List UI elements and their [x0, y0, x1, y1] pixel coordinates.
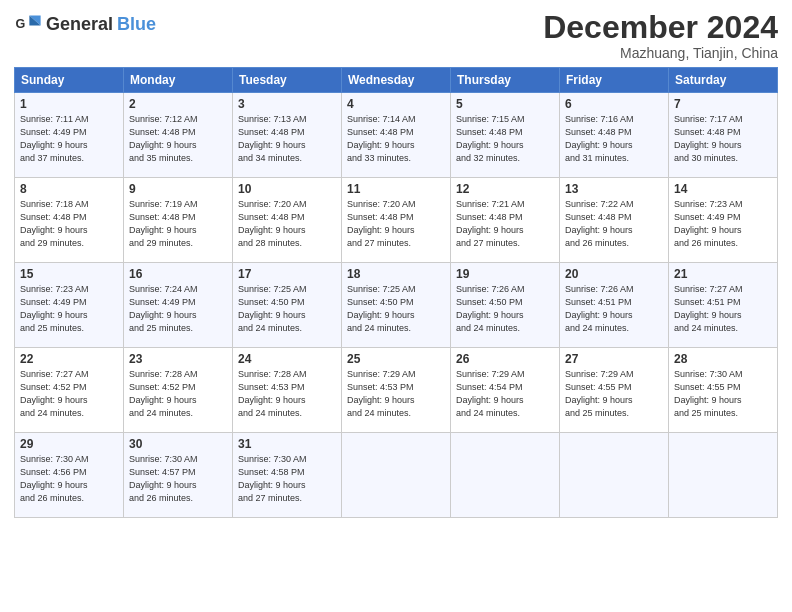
- day-empty-3: [560, 433, 669, 518]
- day-empty-4: [669, 433, 778, 518]
- day-15: 15 Sunrise: 7:23 AMSunset: 4:49 PMDaylig…: [15, 263, 124, 348]
- day-7: 7 Sunrise: 7:17 AMSunset: 4:48 PMDayligh…: [669, 93, 778, 178]
- day-10: 10 Sunrise: 7:20 AMSunset: 4:48 PMDaylig…: [233, 178, 342, 263]
- calendar-table: Sunday Monday Tuesday Wednesday Thursday…: [14, 67, 778, 518]
- day-27: 27 Sunrise: 7:29 AMSunset: 4:55 PMDaylig…: [560, 348, 669, 433]
- day-14: 14 Sunrise: 7:23 AMSunset: 4:49 PMDaylig…: [669, 178, 778, 263]
- day-26: 26 Sunrise: 7:29 AMSunset: 4:54 PMDaylig…: [451, 348, 560, 433]
- day-24: 24 Sunrise: 7:28 AMSunset: 4:53 PMDaylig…: [233, 348, 342, 433]
- location-title: Mazhuang, Tianjin, China: [543, 45, 778, 61]
- week-row-5: 29 Sunrise: 7:30 AMSunset: 4:56 PMDaylig…: [15, 433, 778, 518]
- logo: G GeneralBlue: [14, 10, 156, 38]
- logo-text: General: [46, 14, 113, 35]
- week-row-1: 1 Sunrise: 7:11 AMSunset: 4:49 PMDayligh…: [15, 93, 778, 178]
- day-9: 9 Sunrise: 7:19 AMSunset: 4:48 PMDayligh…: [124, 178, 233, 263]
- month-title: December 2024: [543, 10, 778, 45]
- day-30: 30 Sunrise: 7:30 AMSunset: 4:57 PMDaylig…: [124, 433, 233, 518]
- weekday-header-row: Sunday Monday Tuesday Wednesday Thursday…: [15, 68, 778, 93]
- day-20: 20 Sunrise: 7:26 AMSunset: 4:51 PMDaylig…: [560, 263, 669, 348]
- header-friday: Friday: [560, 68, 669, 93]
- header-monday: Monday: [124, 68, 233, 93]
- day-11: 11 Sunrise: 7:20 AMSunset: 4:48 PMDaylig…: [342, 178, 451, 263]
- day-18: 18 Sunrise: 7:25 AMSunset: 4:50 PMDaylig…: [342, 263, 451, 348]
- day-25: 25 Sunrise: 7:29 AMSunset: 4:53 PMDaylig…: [342, 348, 451, 433]
- day-28: 28 Sunrise: 7:30 AMSunset: 4:55 PMDaylig…: [669, 348, 778, 433]
- logo-icon: G: [14, 10, 42, 38]
- day-2: 2 Sunrise: 7:12 AMSunset: 4:48 PMDayligh…: [124, 93, 233, 178]
- week-row-2: 8 Sunrise: 7:18 AMSunset: 4:48 PMDayligh…: [15, 178, 778, 263]
- day-19: 19 Sunrise: 7:26 AMSunset: 4:50 PMDaylig…: [451, 263, 560, 348]
- day-empty-2: [451, 433, 560, 518]
- week-row-4: 22 Sunrise: 7:27 AMSunset: 4:52 PMDaylig…: [15, 348, 778, 433]
- day-1: 1 Sunrise: 7:11 AMSunset: 4:49 PMDayligh…: [15, 93, 124, 178]
- header-sunday: Sunday: [15, 68, 124, 93]
- day-6: 6 Sunrise: 7:16 AMSunset: 4:48 PMDayligh…: [560, 93, 669, 178]
- day-31: 31 Sunrise: 7:30 AMSunset: 4:58 PMDaylig…: [233, 433, 342, 518]
- day-13: 13 Sunrise: 7:22 AMSunset: 4:48 PMDaylig…: [560, 178, 669, 263]
- title-area: December 2024 Mazhuang, Tianjin, China: [543, 10, 778, 61]
- logo-blue-text: Blue: [117, 14, 156, 35]
- header-saturday: Saturday: [669, 68, 778, 93]
- day-8: 8 Sunrise: 7:18 AMSunset: 4:48 PMDayligh…: [15, 178, 124, 263]
- day-22: 22 Sunrise: 7:27 AMSunset: 4:52 PMDaylig…: [15, 348, 124, 433]
- day-16: 16 Sunrise: 7:24 AMSunset: 4:49 PMDaylig…: [124, 263, 233, 348]
- day-3: 3 Sunrise: 7:13 AMSunset: 4:48 PMDayligh…: [233, 93, 342, 178]
- week-row-3: 15 Sunrise: 7:23 AMSunset: 4:49 PMDaylig…: [15, 263, 778, 348]
- logo-area: G GeneralBlue: [14, 10, 156, 38]
- day-12: 12 Sunrise: 7:21 AMSunset: 4:48 PMDaylig…: [451, 178, 560, 263]
- svg-text:G: G: [15, 17, 25, 31]
- day-empty-1: [342, 433, 451, 518]
- day-17: 17 Sunrise: 7:25 AMSunset: 4:50 PMDaylig…: [233, 263, 342, 348]
- header-wednesday: Wednesday: [342, 68, 451, 93]
- day-4: 4 Sunrise: 7:14 AMSunset: 4:48 PMDayligh…: [342, 93, 451, 178]
- day-29: 29 Sunrise: 7:30 AMSunset: 4:56 PMDaylig…: [15, 433, 124, 518]
- page: G GeneralBlue December 2024 Mazhuang, Ti…: [0, 0, 792, 612]
- header-thursday: Thursday: [451, 68, 560, 93]
- header: G GeneralBlue December 2024 Mazhuang, Ti…: [14, 10, 778, 61]
- day-21: 21 Sunrise: 7:27 AMSunset: 4:51 PMDaylig…: [669, 263, 778, 348]
- day-5: 5 Sunrise: 7:15 AMSunset: 4:48 PMDayligh…: [451, 93, 560, 178]
- day-23: 23 Sunrise: 7:28 AMSunset: 4:52 PMDaylig…: [124, 348, 233, 433]
- header-tuesday: Tuesday: [233, 68, 342, 93]
